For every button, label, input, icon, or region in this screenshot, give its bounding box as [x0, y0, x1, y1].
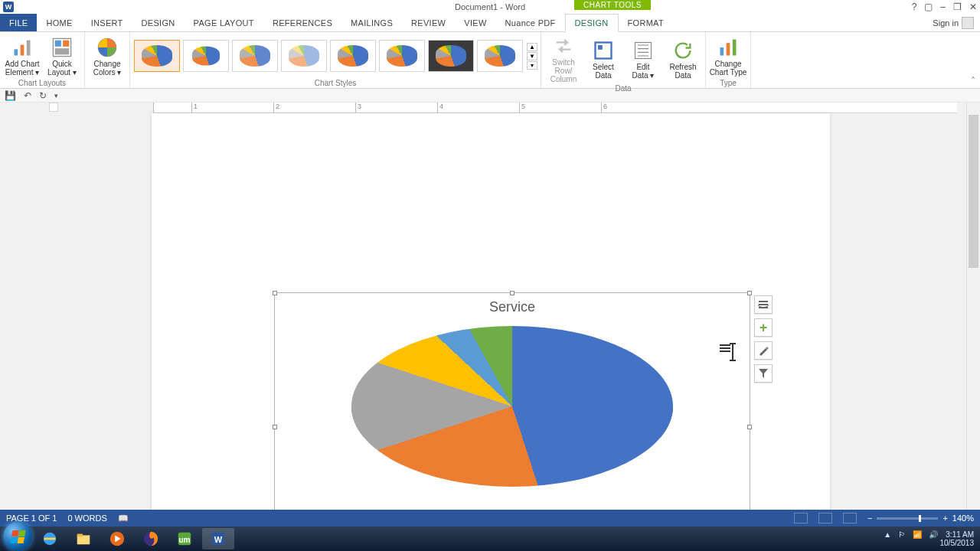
chart-style-1[interactable]: [134, 40, 180, 72]
tab-chart-design[interactable]: DESIGN: [565, 14, 619, 32]
zoom-out-button[interactable]: −: [867, 514, 872, 523]
zoom-in-button[interactable]: +: [942, 514, 947, 523]
svg-rect-12: [727, 43, 730, 55]
tray-up-icon[interactable]: ▲: [884, 530, 891, 539]
chart-style-7[interactable]: [428, 40, 474, 72]
ribbon-tabs: FILE HOME INSERT DESIGN PAGE LAYOUT REFE…: [0, 14, 980, 32]
text-cursor-icon: [720, 344, 741, 358]
word-app-icon: W: [3, 2, 14, 12]
select-data-button[interactable]: Select Data: [584, 38, 622, 80]
tab-nuance-pdf[interactable]: Nuance PDF: [496, 14, 565, 31]
styles-more[interactable]: ▾: [527, 61, 537, 70]
change-chart-type-icon: [717, 37, 739, 58]
svg-rect-9: [598, 45, 603, 50]
tab-review[interactable]: REVIEW: [402, 14, 455, 31]
print-layout-view[interactable]: [818, 513, 832, 523]
document-title: Document1 - Word: [455, 2, 525, 11]
change-chart-type-button[interactable]: Change Chart Type: [709, 35, 747, 77]
chart-style-5[interactable]: [330, 40, 376, 72]
start-button[interactable]: [3, 522, 32, 551]
windows-taskbar: um W ▲ 🏳 📶 🔊 3:11 AM 10/5/2013: [0, 527, 980, 551]
switch-row-column-button[interactable]: Switch Row/ Column: [544, 34, 583, 83]
system-tray[interactable]: ▲ 🏳 📶 🔊 3:11 AM 10/5/2013: [884, 530, 977, 547]
svg-rect-5: [63, 41, 69, 47]
taskbar-ie[interactable]: [34, 528, 66, 549]
document-workspace: 1 2 3 4 5 6 Service 1st Qtr 2nd Qtr 3rd …: [0, 103, 980, 510]
quick-layout-button[interactable]: Quick Layout ▾: [43, 35, 81, 77]
tab-home[interactable]: HOME: [37, 14, 81, 31]
tab-page-layout[interactable]: PAGE LAYOUT: [185, 14, 263, 31]
chart-style-3[interactable]: [232, 40, 278, 72]
horizontal-ruler[interactable]: 1 2 3 4 5 6: [153, 103, 957, 113]
vertical-scrollbar[interactable]: [966, 103, 980, 510]
taskbar-media-player[interactable]: [101, 528, 133, 549]
qat-customize[interactable]: ▾: [54, 92, 58, 99]
change-colors-button[interactable]: Change Colors ▾: [88, 35, 126, 77]
scrollbar-thumb[interactable]: [969, 115, 978, 268]
minimize-button[interactable]: –: [940, 2, 946, 12]
title-bar: W Document1 - Word CHART TOOLS ? ▢ – ❐ ✕: [0, 0, 980, 14]
tab-mailings[interactable]: MAILINGS: [341, 14, 402, 31]
tray-network-icon[interactable]: 📶: [913, 530, 922, 539]
tab-insert[interactable]: INSERT: [82, 14, 132, 31]
chart-style-8[interactable]: [477, 40, 523, 72]
redo-button[interactable]: ↻: [39, 90, 47, 101]
chart-style-6[interactable]: [379, 40, 425, 72]
close-button[interactable]: ✕: [969, 2, 977, 12]
tab-file[interactable]: FILE: [0, 14, 37, 31]
chart-style-2[interactable]: [183, 40, 229, 72]
chart-style-4[interactable]: [281, 40, 327, 72]
help-button[interactable]: ?: [912, 2, 917, 12]
svg-rect-2: [27, 41, 31, 56]
tray-time: 3:11 AM: [946, 530, 974, 539]
page-indicator[interactable]: PAGE 1 OF 1: [6, 514, 57, 523]
taskbar-explorer[interactable]: [67, 528, 100, 549]
tab-chart-format[interactable]: FORMAT: [619, 14, 673, 31]
chart-styles-button[interactable]: [754, 341, 773, 360]
tab-references[interactable]: REFERENCES: [263, 14, 341, 31]
word-count[interactable]: 0 WORDS: [67, 514, 106, 523]
refresh-data-button[interactable]: Refresh Data: [664, 38, 702, 80]
chart-title[interactable]: Service: [275, 299, 750, 315]
switch-row-column-icon: [553, 35, 574, 57]
user-avatar-icon: [962, 17, 974, 29]
web-layout-view[interactable]: [843, 513, 857, 523]
group-label-type: Type: [720, 78, 737, 88]
tab-design[interactable]: DESIGN: [132, 14, 185, 31]
spellcheck-icon[interactable]: 📖: [118, 514, 129, 523]
zoom-percentage[interactable]: 140%: [952, 514, 974, 523]
chart-floating-buttons: +: [754, 295, 773, 383]
styles-scroll-up[interactable]: ▲: [527, 43, 537, 51]
edit-data-button[interactable]: Edit Data ▾: [624, 38, 662, 80]
layout-options-button[interactable]: [754, 295, 773, 314]
add-chart-element-button[interactable]: Add Chart Element ▾: [3, 35, 41, 77]
chart-elements-button[interactable]: +: [754, 318, 773, 337]
status-bar: PAGE 1 OF 1 0 WORDS 📖 − + 140%: [0, 510, 980, 527]
zoom-slider[interactable]: [877, 517, 938, 520]
group-label-blank: [106, 78, 109, 88]
svg-text:W: W: [214, 535, 223, 544]
sign-in-link[interactable]: Sign in: [926, 14, 980, 31]
group-chart-styles: ▲ ▼ ▾ Chart Styles: [130, 32, 541, 88]
tray-flag-icon[interactable]: 🏳: [898, 530, 906, 539]
taskbar-app-green[interactable]: um: [168, 528, 201, 549]
svg-rect-8: [596, 42, 612, 58]
chart-tools-contextual-label: CHART TOOLS: [574, 0, 651, 10]
taskbar-word[interactable]: W: [202, 528, 234, 549]
taskbar-firefox[interactable]: [135, 528, 167, 549]
save-icon[interactable]: 💾: [5, 90, 16, 101]
read-mode-view[interactable]: [794, 513, 808, 523]
tab-view[interactable]: VIEW: [455, 14, 495, 31]
tray-volume-icon[interactable]: 🔊: [929, 530, 938, 539]
maximize-button[interactable]: ❐: [953, 2, 962, 12]
styles-scroll-down[interactable]: ▼: [527, 52, 537, 60]
group-label-chart-layouts: Chart Layouts: [18, 78, 66, 88]
undo-button[interactable]: ↶: [24, 90, 31, 101]
collapse-ribbon-button[interactable]: ˄: [971, 76, 975, 86]
chart-object[interactable]: Service 1st Qtr 2nd Qtr 3rd Qtr 4th Qtr …: [274, 292, 750, 510]
pie-chart[interactable]: [351, 326, 673, 510]
chart-filters-button[interactable]: [754, 364, 773, 383]
ribbon-display-options-button[interactable]: ▢: [924, 2, 933, 12]
svg-rect-16: [77, 534, 83, 537]
zoom-controls: − + 140%: [867, 514, 974, 523]
